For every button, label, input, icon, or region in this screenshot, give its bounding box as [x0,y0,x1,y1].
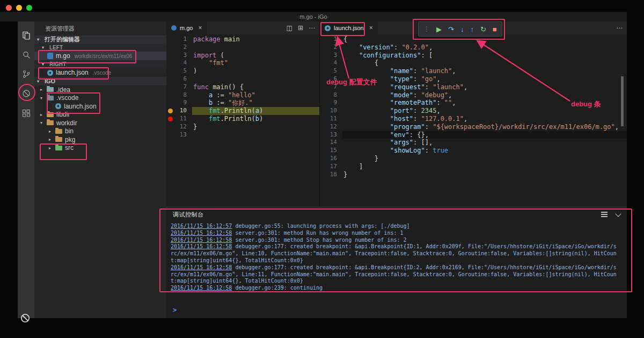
step-over-button[interactable]: ↷ [448,26,454,33]
code-line[interactable]: 2 [166,44,319,52]
debug-toolbar: ⋮ ▶↷↓↑↻■ [418,21,502,37]
source-control-icon[interactable] [18,64,34,84]
code-line[interactable]: 17 ] [320,163,627,171]
layout-icon[interactable]: ⊞ [298,24,303,32]
code-line[interactable]: 10 fmt.Println(a) [166,107,319,115]
code-line[interactable]: 14 "args": [], [320,139,627,147]
tab-mgo[interactable]: m.go × [166,21,207,34]
launch-config-icon [47,70,53,76]
code-line[interactable]: 2 "version": "0.2.0", [320,44,627,52]
scrollbar[interactable] [621,76,624,126]
line-number: 13 [324,131,342,139]
panel-header: 调试控制台 [166,207,627,221]
open-editors-header[interactable]: ▾ 打开的编辑器 [34,35,166,44]
code-line[interactable]: 7func main() { [166,83,319,91]
tree-item-workdir[interactable]: ▾workdir [34,119,166,127]
code-line[interactable]: 11 fmt.Println(b) [166,115,319,123]
chevron-down-icon: ▾ [39,120,44,125]
code-line[interactable]: 5 "name": "launch", [320,67,627,75]
code-line[interactable]: 4 "fmt" [166,59,319,67]
project-root-header[interactable]: ▾ IGO [34,77,166,85]
tree-item-src[interactable]: ▸src [34,144,166,153]
code-line[interactable]: 12 "program": "${workspaceRoot}/workdir/… [320,123,627,131]
code-line[interactable]: 13 [166,131,319,139]
split-editor-icon[interactable]: ◫ [287,24,292,32]
code-line[interactable]: 5) [166,67,319,75]
console-timestamp[interactable]: 2016/11/15 16:12:58 [171,243,232,249]
debug-icon[interactable] [18,84,34,103]
filter-icon[interactable] [601,214,608,215]
console-timestamp[interactable]: 2016/11/15 16:12:58 [171,230,232,236]
stop-button[interactable]: ■ [493,26,497,33]
left-tab-group: m.go × ◫ ⊞ ⋯ [166,21,319,34]
code-line[interactable]: 1package main [166,35,319,44]
line-number: 12 [174,123,192,131]
console-timestamp[interactable]: 2016/11/15 16:12:58 [171,264,232,270]
debug-console-output[interactable]: 2016/11/15 16:12:57 debugger.go:55: laun… [166,221,621,293]
extensions-icon[interactable] [18,103,34,123]
step-out-button[interactable]: ↑ [470,26,474,33]
tree-item-launch.json[interactable]: launch.json [34,102,166,111]
code-line[interactable]: 3 "configurations": [ [320,52,627,60]
code-line[interactable]: 16 } [320,155,627,163]
code-line[interactable]: 4 { [320,59,627,67]
code-line[interactable]: 11 "host": "127.0.0.1", [320,115,627,123]
step-into-button[interactable]: ↓ [460,26,464,33]
console-prompt[interactable]: > [173,306,177,314]
minimize-window-button[interactable] [16,5,22,11]
chevron-right-icon: ▸ [47,137,53,142]
continue-button[interactable]: ▶ [436,26,442,33]
chevron-down-icon: ▾ [39,96,44,100]
code-line[interactable]: 12} [166,123,319,131]
console-timestamp[interactable]: 2016/11/15 16:12:58 [171,237,232,243]
drag-grip-icon[interactable]: ⋮ [423,25,430,33]
collapse-panel-icon[interactable] [615,211,621,217]
tree-item-.idea[interactable]: ▸.idea [34,85,166,94]
code-line[interactable]: 6 [166,75,319,83]
tree-item-.vscode[interactable]: ▾.vscode [34,94,166,103]
close-icon[interactable]: × [369,24,373,32]
code-line[interactable]: 15 "showLog": true [320,147,627,155]
restart-button[interactable]: ↻ [480,26,486,33]
console-timestamp[interactable]: 2016/11/15 16:12:58 [171,285,232,291]
code-line[interactable]: 8 a := "hello" [166,91,319,99]
tree-item-libdir[interactable]: ▸libdir [34,111,166,119]
console-timestamp[interactable]: 2016/11/15 16:12:57 [171,223,232,229]
code-line[interactable]: 18} [320,171,627,179]
open-editor-item-mgo[interactable]: m.go workdir/src/ex/m11/ex06 [34,52,166,60]
explorer-icon[interactable] [18,26,34,45]
close-icon[interactable]: × [198,24,202,32]
code-line[interactable]: 9 b := "你好." [166,99,319,107]
open-editors-group-right[interactable]: ▾ RIGHT [34,60,166,68]
file-tree: ▸.idea▾.vscodelaunch.json▸libdir▾workdir… [34,85,166,152]
more-actions-icon[interactable]: ⋯ [616,24,623,32]
panel-title[interactable]: 调试控制台 [173,211,204,219]
code-line[interactable]: 1{ [320,35,627,44]
open-editors-group-left[interactable]: ▾ LEFT [34,44,166,52]
tree-item-bin[interactable]: ▸bin [34,127,166,136]
zoom-window-button[interactable] [26,5,32,11]
console-line: 2016/11/15 16:12:58 debugger.go:239: con… [171,285,617,292]
chevron-right-icon: ▸ [39,87,44,92]
search-icon[interactable] [18,45,34,64]
line-number: 9 [174,99,192,107]
line-number: 8 [324,91,342,99]
debug-console-panel: 调试控制台 2016/11/15 16:12:57 debugger.go:55… [166,207,627,318]
console-line: 2016/11/15 16:12:58 server.go:301: metho… [171,237,617,244]
code-line[interactable]: 8 "mode": "debug", [320,91,627,99]
close-window-button[interactable] [6,5,12,11]
breakpoint-icon[interactable] [168,109,173,113]
more-actions-icon[interactable]: ⋯ [309,24,315,32]
folder-icon [47,112,54,117]
line-number: 2 [324,44,342,52]
code-line[interactable]: 3import ( [166,52,319,60]
tab-launch-json[interactable]: launch.json × [320,21,378,34]
window-controls [6,5,32,11]
launch-json-editor[interactable]: 1{2 "version": "0.2.0",3 "configurations… [319,34,627,207]
code-line[interactable]: 13 "env": {}, [320,131,627,139]
open-editor-item-launch-json[interactable]: launch.json .vscode [34,68,166,77]
line-number: 3 [174,52,192,60]
tree-item-pkg[interactable]: ▸pkg [34,135,166,144]
breakpoint-icon[interactable] [168,117,173,121]
go-editor[interactable]: 1package main23import (4 "fmt"5)67func m… [166,34,319,207]
